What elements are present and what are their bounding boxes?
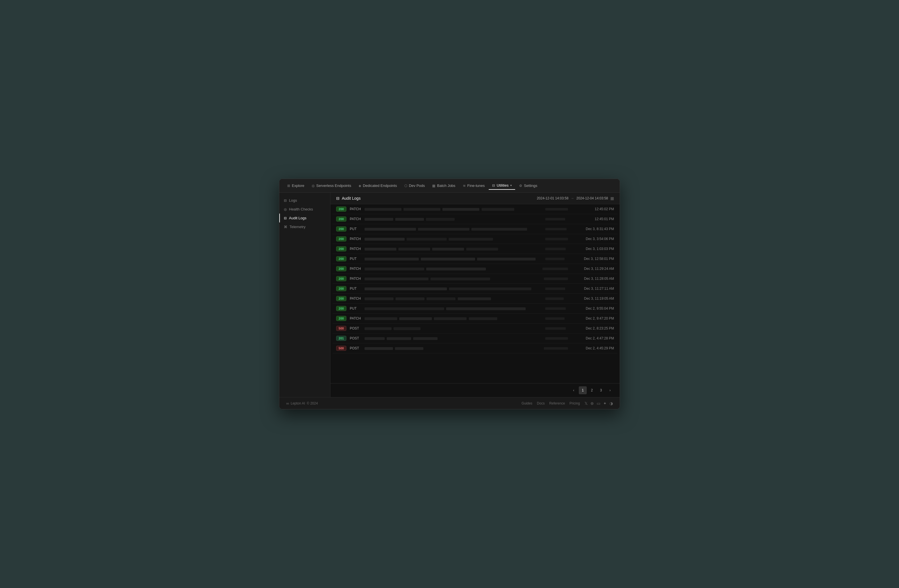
table-row[interactable]: 200 PATCH Dec 3, 1:03:03 PM xyxy=(333,244,618,254)
footer-link-pricing[interactable]: Pricing xyxy=(569,401,580,405)
footer-link-reference[interactable]: Reference xyxy=(549,401,565,405)
table-row[interactable]: 200 PATCH Dec 3, 3:54:06 PM xyxy=(333,234,618,244)
log-time: Dec 3, 11:19:05 AM xyxy=(572,296,614,301)
log-path xyxy=(365,326,542,330)
content-header: ⊟ Audit Logs 2024-12-01 14:03:58 → 2024-… xyxy=(331,193,620,204)
table-row[interactable]: 200 PUT Dec 3, 8:31:43 PM xyxy=(333,224,618,234)
log-path xyxy=(365,257,542,261)
log-path xyxy=(365,346,541,350)
pagination-prev[interactable]: ‹ xyxy=(570,386,578,394)
method-label: PATCH xyxy=(350,277,361,281)
pagination-page-2[interactable]: 2 xyxy=(588,386,596,394)
main-layout: ⊟ Logs ◎ Health Checks ⊟ Audit Logs ⌘ Te… xyxy=(279,193,620,397)
status-badge: 500 xyxy=(336,326,346,331)
log-time: Dec 3, 11:29:24 AM xyxy=(572,267,614,271)
log-time: 12:45:02 PM xyxy=(572,207,614,211)
table-row[interactable]: 200 PATCH Dec 3, 11:29:24 AM xyxy=(333,264,618,274)
status-badge: 200 xyxy=(336,216,346,222)
footer-link-guides[interactable]: Guides xyxy=(522,401,533,405)
batchjobs-icon: ▦ xyxy=(432,184,435,188)
footer-icons: 𝕏 ⊛ ▭ ✦ ◑ xyxy=(584,401,613,406)
sidebar: ⊟ Logs ◎ Health Checks ⊟ Audit Logs ⌘ Te… xyxy=(279,193,331,397)
nav-settings[interactable]: ⚙ Settings xyxy=(516,182,541,190)
status-badge: 200 xyxy=(336,256,346,261)
log-meta xyxy=(545,307,568,310)
github-icon[interactable]: ⊛ xyxy=(590,401,594,406)
sidebar-item-audit-logs[interactable]: ⊟ Audit Logs xyxy=(279,214,330,222)
settings-icon: ⚙ xyxy=(519,184,522,188)
lepton-logo: ∞ xyxy=(286,401,289,406)
status-badge: 200 xyxy=(336,246,346,252)
log-meta xyxy=(545,317,568,320)
log-time: 12:45:01 PM xyxy=(572,217,614,221)
table-row[interactable]: 500 POST Dec 2, 4:45:29 PM xyxy=(333,343,618,353)
log-time: Dec 2, 9:55:04 PM xyxy=(572,307,614,310)
footer-link-docs[interactable]: Docs xyxy=(537,401,545,405)
table-row[interactable]: 200 PATCH Dec 2, 9:47:20 PM xyxy=(333,313,618,324)
sidebar-item-health-checks[interactable]: ◎ Health Checks xyxy=(279,205,330,214)
nav-dev-pods[interactable]: ⬡ Dev Pods xyxy=(401,182,428,190)
log-time: Dec 3, 3:54:06 PM xyxy=(572,237,614,241)
devpods-icon: ⬡ xyxy=(404,184,407,188)
sidebar-item-logs[interactable]: ⊟ Logs xyxy=(279,196,330,205)
log-time: Dec 3, 11:28:05 AM xyxy=(572,277,614,281)
nav-serverless-endpoints[interactable]: ◎ Serverless Endpoints xyxy=(308,182,355,190)
method-label: PUT xyxy=(350,227,361,231)
status-badge: 200 xyxy=(336,276,346,281)
sun-icon[interactable]: ✦ xyxy=(603,401,607,406)
display-icon[interactable]: ▭ xyxy=(597,401,600,406)
method-label: PATCH xyxy=(350,296,361,301)
log-path xyxy=(365,336,542,340)
log-path xyxy=(365,296,542,301)
status-badge: 200 xyxy=(336,296,346,301)
table-row[interactable]: 200 PATCH Dec 3, 11:19:05 AM xyxy=(333,294,618,304)
log-path xyxy=(365,207,542,211)
log-meta xyxy=(544,277,568,281)
telemetry-sidebar-icon: ⌘ xyxy=(284,225,287,229)
log-meta xyxy=(545,237,568,241)
log-path xyxy=(365,316,542,320)
log-time: Dec 2, 9:47:20 PM xyxy=(572,316,614,320)
nav-batch-jobs[interactable]: ▦ Batch Jobs xyxy=(429,182,459,190)
log-time: Dec 2, 4:45:29 PM xyxy=(572,346,614,350)
sidebar-item-telemetry[interactable]: ⌘ Telemetry xyxy=(279,222,330,231)
log-meta xyxy=(545,227,568,231)
table-row[interactable]: 201 POST Dec 2, 4:47:28 PM xyxy=(333,333,618,343)
nav-explore[interactable]: ⊞ Explore xyxy=(284,182,308,190)
table-row[interactable]: 200 PUT Dec 3, 11:27:11 AM xyxy=(333,284,618,294)
method-label: POST xyxy=(350,326,361,330)
log-time: Dec 2, 4:47:28 PM xyxy=(572,336,614,340)
nav-fine-tunes[interactable]: ≋ Fine-tunes xyxy=(459,182,488,190)
status-badge: 200 xyxy=(336,226,346,231)
top-navigation: ⊞ Explore ◎ Serverless Endpoints ◈ Dedic… xyxy=(279,179,620,193)
method-label: POST xyxy=(350,336,361,340)
method-label: PUT xyxy=(350,307,361,310)
moon-icon[interactable]: ◑ xyxy=(609,401,613,406)
log-time: Dec 3, 12:58:01 PM xyxy=(572,257,614,261)
status-badge: 200 xyxy=(336,306,346,311)
pagination-page-1[interactable]: 1 xyxy=(579,386,587,394)
table-row[interactable]: 200 PUT Dec 3, 12:58:01 PM xyxy=(333,254,618,264)
table-row[interactable]: 200 PATCH 12:45:02 PM xyxy=(333,204,618,214)
pagination-page-3[interactable]: 3 xyxy=(597,386,605,394)
table-row[interactable]: 200 PATCH Dec 3, 11:28:05 AM xyxy=(333,274,618,284)
calendar-icon[interactable]: ▦ xyxy=(610,196,614,201)
log-time: Dec 3, 11:27:11 AM xyxy=(572,287,614,290)
nav-dedicated-endpoints[interactable]: ◈ Dedicated Endpoints xyxy=(355,182,400,190)
log-path xyxy=(365,237,542,241)
footer-brand: ∞ Lepton AI © 2024 xyxy=(286,401,318,406)
log-meta xyxy=(545,287,568,290)
twitter-icon[interactable]: 𝕏 xyxy=(584,401,588,406)
pagination-next[interactable]: › xyxy=(606,386,614,394)
method-label: PATCH xyxy=(350,247,361,251)
log-path xyxy=(365,307,542,310)
healthchecks-sidebar-icon: ◎ xyxy=(284,207,287,211)
log-meta xyxy=(545,257,568,261)
method-label: POST xyxy=(350,346,361,350)
footer: ∞ Lepton AI © 2024 Guides Docs Reference… xyxy=(279,397,620,409)
table-row[interactable]: 200 PUT Dec 2, 9:55:04 PM xyxy=(333,304,618,313)
table-row[interactable]: 200 PATCH 12:45:01 PM xyxy=(333,214,618,224)
nav-utilities[interactable]: ⊟ Utilities ▾ xyxy=(489,182,515,190)
log-table: 200 PATCH 12:45:02 PM 200 PATCH 12:45:01… xyxy=(331,204,620,383)
table-row[interactable]: 500 POST Dec 2, 8:23:25 PM xyxy=(333,324,618,333)
